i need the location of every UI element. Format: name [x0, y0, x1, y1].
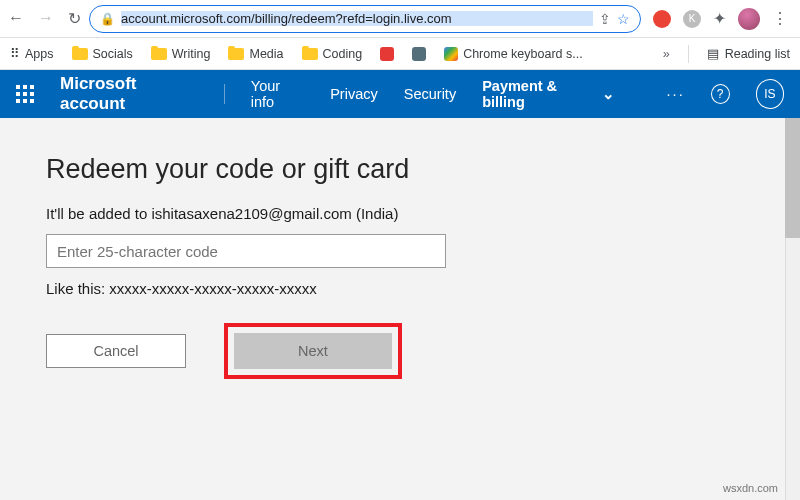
- bookmark-label: Writing: [172, 47, 211, 61]
- nav-payment-billing[interactable]: Payment & billing⌄: [482, 78, 614, 110]
- bookmark-site-1[interactable]: [380, 47, 394, 61]
- page-subtitle: It'll be added to ishitasaxena2109@gmail…: [46, 205, 800, 222]
- nav-security[interactable]: Security: [404, 86, 456, 102]
- bookmarks-overflow-icon[interactable]: »: [663, 47, 670, 61]
- bookmarks-bar: ⠿Apps Socials Writing Media Coding Chrom…: [0, 38, 800, 70]
- reading-list-label: Reading list: [725, 47, 790, 61]
- nav-more-button[interactable]: ···: [667, 86, 685, 102]
- scrollbar-track[interactable]: [785, 118, 800, 500]
- folder-icon: [228, 48, 244, 60]
- profile-avatar-icon[interactable]: [738, 8, 760, 30]
- extensions-icon[interactable]: ✦: [713, 9, 726, 28]
- address-bar[interactable]: 🔒 account.microsoft.com/billing/redeem?r…: [89, 5, 641, 33]
- forward-icon: →: [38, 9, 54, 28]
- nav-label: Payment & billing: [482, 78, 595, 110]
- chevron-down-icon: ⌄: [602, 86, 615, 102]
- page-content: Redeem your code or gift card It'll be a…: [0, 118, 800, 500]
- bookmark-chrome-kb[interactable]: Chrome keyboard s...: [444, 47, 583, 61]
- folder-icon: [151, 48, 167, 60]
- share-icon[interactable]: ⇪: [599, 11, 611, 27]
- extension-row: K ✦ ⋮: [649, 8, 792, 30]
- scrollbar-thumb[interactable]: [785, 118, 800, 238]
- url-text: account.microsoft.com/billing/redeem?ref…: [121, 11, 593, 26]
- site-icon: [412, 47, 426, 61]
- app-launcher-icon[interactable]: [16, 85, 34, 103]
- lock-icon: 🔒: [100, 12, 115, 26]
- next-button-highlight: Next: [224, 323, 402, 379]
- bookmark-media[interactable]: Media: [228, 47, 283, 61]
- page-heading: Redeem your code or gift card: [46, 154, 800, 185]
- extension-icon-2[interactable]: K: [683, 10, 701, 28]
- button-row: Cancel Next: [46, 323, 800, 379]
- nav-privacy[interactable]: Privacy: [330, 86, 378, 102]
- browser-toolbar: ← → ↻ 🔒 account.microsoft.com/billing/re…: [0, 0, 800, 38]
- reading-list-icon: ▤: [707, 46, 719, 61]
- bookmark-socials[interactable]: Socials: [72, 47, 133, 61]
- brand-title[interactable]: Microsoft account: [60, 74, 198, 114]
- folder-icon: [302, 48, 318, 60]
- apps-grid-icon: ⠿: [10, 46, 20, 61]
- watermark: wsxdn.com: [723, 482, 778, 494]
- site-icon: [380, 47, 394, 61]
- menu-dots-icon[interactable]: ⋮: [772, 9, 788, 28]
- folder-icon: [72, 48, 88, 60]
- bookmark-writing[interactable]: Writing: [151, 47, 211, 61]
- divider: [224, 84, 225, 104]
- microsoft-nav: Microsoft account Your info Privacy Secu…: [0, 70, 800, 118]
- bookmark-label: Coding: [323, 47, 363, 61]
- google-icon: [444, 47, 458, 61]
- bookmark-label: Chrome keyboard s...: [463, 47, 583, 61]
- back-icon[interactable]: ←: [8, 9, 24, 28]
- reload-icon[interactable]: ↻: [68, 9, 81, 28]
- bookmark-coding[interactable]: Coding: [302, 47, 363, 61]
- divider: [688, 45, 689, 63]
- redeem-code-input[interactable]: [46, 234, 446, 268]
- account-avatar[interactable]: IS: [756, 79, 784, 109]
- bookmark-site-2[interactable]: [412, 47, 426, 61]
- next-button[interactable]: Next: [234, 333, 392, 369]
- nav-buttons: ← → ↻: [8, 9, 81, 28]
- extension-icon-1[interactable]: [653, 10, 671, 28]
- help-icon[interactable]: ?: [711, 84, 730, 104]
- code-format-hint: Like this: xxxxx-xxxxx-xxxxx-xxxxx-xxxxx: [46, 280, 800, 297]
- bookmark-star-icon[interactable]: ☆: [617, 11, 630, 27]
- nav-your-info[interactable]: Your info: [251, 78, 304, 110]
- bookmark-label: Media: [249, 47, 283, 61]
- cancel-button[interactable]: Cancel: [46, 334, 186, 368]
- bookmark-label: Socials: [93, 47, 133, 61]
- bookmark-label: Apps: [25, 47, 54, 61]
- reading-list-button[interactable]: ▤Reading list: [707, 46, 790, 61]
- bookmark-apps[interactable]: ⠿Apps: [10, 46, 54, 61]
